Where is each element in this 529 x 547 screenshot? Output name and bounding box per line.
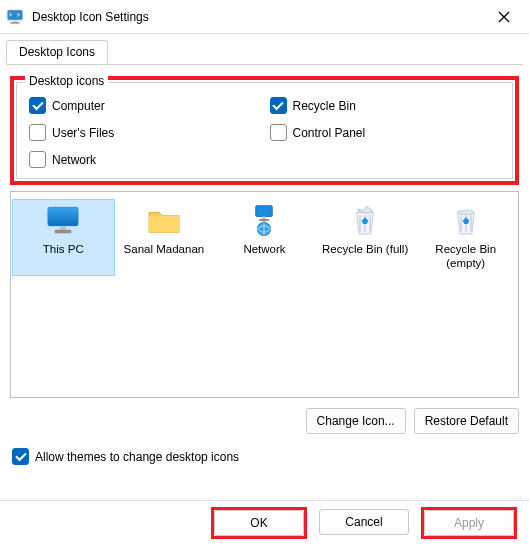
checkbox-label-control-panel: Control Panel <box>293 126 366 140</box>
folder-icon <box>144 204 184 238</box>
checkbox-allow-themes[interactable] <box>12 448 29 465</box>
svg-rect-9 <box>263 216 266 218</box>
checkbox-row-recycle-bin: Recycle Bin <box>270 97 501 114</box>
checkbox-row-network: Network <box>29 151 260 168</box>
tab-desktop-icons[interactable]: Desktop Icons <box>6 40 108 64</box>
svg-rect-7 <box>55 230 72 233</box>
allow-themes-label: Allow themes to change desktop icons <box>35 450 239 464</box>
preview-label-this-pc: This PC <box>43 242 84 256</box>
allow-themes-row: Allow themes to change desktop icons <box>10 448 519 465</box>
ok-button[interactable]: OK <box>214 510 304 536</box>
checkbox-network[interactable] <box>29 151 46 168</box>
checkbox-control-panel[interactable] <box>270 124 287 141</box>
checkbox-row-control-panel: Control Panel <box>270 124 501 141</box>
change-icon-button[interactable]: Change Icon... <box>306 408 406 434</box>
preview-label-recycle-empty: Recycle Bin (empty) <box>417 242 514 271</box>
preview-label-user-folder: Sanal Madanan <box>124 242 205 256</box>
svg-rect-6 <box>60 226 67 229</box>
preview-recycle-bin-empty[interactable]: Recycle Bin (empty) <box>415 200 516 275</box>
window-title: Desktop Icon Settings <box>32 10 489 24</box>
monitor-icon <box>43 204 83 238</box>
icon-preview-box: This PC Sanal Madanan <box>10 191 519 398</box>
preview-label-recycle-full: Recycle Bin (full) <box>322 242 408 256</box>
checkbox-label-recycle-bin: Recycle Bin <box>293 99 356 113</box>
recycle-empty-icon <box>446 204 486 238</box>
bottom-separator <box>0 500 529 501</box>
svg-rect-3 <box>11 22 20 24</box>
restore-default-button[interactable]: Restore Default <box>414 408 519 434</box>
checkbox-users-files[interactable] <box>29 124 46 141</box>
apply-button[interactable]: Apply <box>424 510 514 536</box>
preview-recycle-bin-full[interactable]: Recycle Bin (full) <box>315 200 416 275</box>
wrap-cancel: Cancel <box>317 507 411 539</box>
checkbox-recycle-bin[interactable] <box>270 97 287 114</box>
recycle-full-icon <box>345 204 385 238</box>
checkbox-label-network: Network <box>52 153 96 167</box>
preview-user-folder[interactable]: Sanal Madanan <box>114 200 215 275</box>
cancel-button[interactable]: Cancel <box>319 509 409 535</box>
preview-network[interactable]: Network <box>214 200 315 275</box>
tab-strip: Desktop Icons <box>6 40 523 65</box>
checkbox-computer[interactable] <box>29 97 46 114</box>
content-area: Desktop icons Computer Recycle Bin User'… <box>0 64 529 473</box>
fieldset-legend: Desktop icons <box>25 74 108 88</box>
fieldset-desktop-icons: Desktop icons Computer Recycle Bin User'… <box>16 82 513 179</box>
close-button[interactable] <box>489 5 519 29</box>
checkbox-row-computer: Computer <box>29 97 260 114</box>
checkbox-label-computer: Computer <box>52 99 105 113</box>
svg-rect-8 <box>256 206 273 217</box>
dialog-button-bar: OK Cancel Apply <box>211 507 517 539</box>
preview-this-pc[interactable]: This PC <box>13 200 114 275</box>
checkbox-row-users-files: User's Files <box>29 124 260 141</box>
titlebar: Desktop Icon Settings <box>0 0 529 34</box>
tab-area: Desktop Icons <box>0 34 529 65</box>
svg-point-13 <box>457 210 474 214</box>
icon-preview-grid: This PC Sanal Madanan <box>11 192 518 283</box>
highlight-desktop-icons: Desktop icons Computer Recycle Bin User'… <box>10 76 519 185</box>
svg-rect-2 <box>13 20 18 22</box>
network-icon <box>244 204 284 238</box>
preview-label-network: Network <box>243 242 285 256</box>
highlight-ok: OK <box>211 507 307 539</box>
checkbox-label-users-files: User's Files <box>52 126 114 140</box>
highlight-apply: Apply <box>421 507 517 539</box>
window-icon <box>6 8 24 26</box>
checkbox-grid: Computer Recycle Bin User's Files Contro… <box>29 97 500 168</box>
icon-button-row: Change Icon... Restore Default <box>10 408 519 434</box>
svg-rect-5 <box>48 207 78 225</box>
